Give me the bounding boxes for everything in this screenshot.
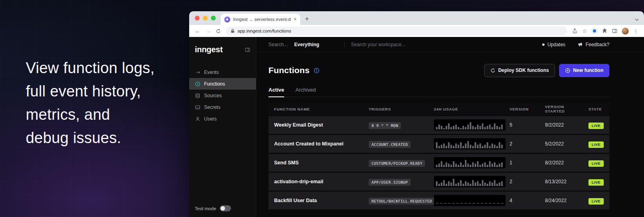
- trigger-badge: ACCOUNT.CREATED: [369, 141, 411, 148]
- table-row[interactable]: activation-drip-email APP/USER.SIGNUP 2 …: [268, 173, 609, 190]
- reload-icon[interactable]: [216, 29, 221, 34]
- functions-icon: [195, 81, 200, 87]
- version-value: 5: [505, 122, 540, 128]
- users-icon: [195, 116, 200, 122]
- forward-icon[interactable]: →: [205, 28, 211, 34]
- version-started-value: 8/24/2022: [540, 198, 584, 203]
- table-row[interactable]: Account Created to Mixpanel ACCOUNT.CREA…: [268, 135, 609, 153]
- info-icon[interactable]: [314, 68, 320, 74]
- table-row[interactable]: Send SMS CUSTOMER/PICKUP.READY 1 8/2/202…: [268, 154, 609, 172]
- sidebar-item-users[interactable]: Users: [189, 113, 256, 125]
- function-tabs: Active Archived: [268, 87, 609, 97]
- new-function-button-label: New function: [573, 68, 603, 73]
- inngest-logo: inngest: [195, 45, 223, 54]
- version-started-value: 8/2/2022: [540, 160, 584, 166]
- trigger-badge: CUSTOMER/PICKUP.READY: [369, 160, 425, 167]
- extension-badge-icon[interactable]: [592, 28, 597, 34]
- hero-line: View function logs,: [26, 56, 155, 80]
- version-started-value: 9/2/2022: [540, 122, 584, 128]
- workspace-search-input[interactable]: [351, 42, 464, 47]
- trigger-badge: APP/USER.SIGNUP: [369, 179, 411, 186]
- sources-icon: [195, 93, 200, 98]
- tab-search-chevron-icon[interactable]: [634, 18, 639, 21]
- version-value: 2: [505, 179, 540, 184]
- inngest-favicon-icon: [224, 16, 230, 23]
- browser-menu-icon[interactable]: ⋮: [633, 28, 638, 34]
- usage-sparkline: [434, 119, 506, 131]
- browser-tab[interactable]: Inngest → serverless event-dri ×: [221, 14, 300, 25]
- inngest-app: inngest Events: [189, 37, 644, 217]
- usage-sparkline: [434, 176, 506, 187]
- zoom-window-button[interactable]: [211, 16, 216, 20]
- hero-line: full event history,: [26, 80, 155, 103]
- new-function-button[interactable]: New function: [559, 64, 609, 77]
- sidebar-item-label: Functions: [204, 81, 225, 87]
- table-row[interactable]: Weekly Email Digest 0 9 * * MON 5 9/2/20…: [268, 116, 609, 134]
- url-text: app.inngest.com/functions: [237, 29, 291, 33]
- url-field[interactable]: app.inngest.com/functions: [226, 27, 567, 35]
- sidebar-item-functions[interactable]: Functions: [189, 78, 256, 90]
- search-label: Search...: [268, 42, 288, 47]
- megaphone-icon: [578, 42, 583, 47]
- events-icon: [195, 70, 200, 75]
- topbar-divider: [344, 41, 345, 47]
- updates-button[interactable]: Updates: [542, 42, 566, 47]
- page-title: Functions: [268, 66, 310, 75]
- minimize-window-button[interactable]: [203, 16, 208, 20]
- function-name: Weekly Email Digest: [268, 122, 364, 128]
- table-row[interactable]: Backfill User Data RETOOL/BACKFILL.REQUE…: [268, 192, 609, 209]
- usage-sparkline: [434, 157, 506, 168]
- new-tab-button[interactable]: +: [305, 16, 309, 22]
- search-scope-everything[interactable]: Everything: [294, 42, 319, 47]
- browser-window: Inngest → serverless event-dri × + ← → a…: [189, 11, 644, 217]
- test-mode-toggle[interactable]: [220, 205, 231, 211]
- usage-sparkline: [434, 195, 506, 206]
- window-controls: [195, 16, 216, 20]
- page-background: View function logs, full event history, …: [0, 0, 644, 217]
- address-bar-actions: ☆ ⋮: [572, 28, 638, 35]
- updates-dot-icon: [542, 43, 545, 46]
- test-mode-label: Test mode: [195, 206, 216, 211]
- close-window-button[interactable]: [195, 16, 200, 20]
- updates-label: Updates: [547, 42, 566, 47]
- hero-text: View function logs, full event history, …: [26, 56, 155, 149]
- table-header: FUNCTION NAME TRIGGERS 24H USAGE VERSION…: [268, 103, 609, 115]
- feedback-button[interactable]: Feedback?: [578, 42, 609, 47]
- back-icon[interactable]: ←: [195, 28, 200, 34]
- sidebar: inngest Events: [189, 37, 256, 217]
- extensions-puzzle-icon[interactable]: [602, 28, 607, 34]
- sidebar-item-label: Secrets: [204, 104, 221, 110]
- col-version: VERSION: [505, 107, 540, 111]
- sidebar-item-secrets[interactable]: Secrets: [189, 101, 256, 113]
- sidebar-item-label: Sources: [204, 93, 222, 98]
- col-function-name: FUNCTION NAME: [268, 107, 364, 111]
- col-usage: 24H USAGE: [429, 107, 505, 111]
- function-name: Backfill User Data: [268, 198, 364, 203]
- functions-page: Functions Deploy SDK functions: [256, 52, 644, 217]
- feedback-label: Feedback?: [586, 42, 609, 47]
- test-mode-row: Test mode: [189, 201, 256, 217]
- deploy-sdk-functions-button[interactable]: Deploy SDK functions: [484, 64, 555, 77]
- sidebar-item-events[interactable]: Events: [189, 66, 256, 78]
- hero-line: debug issues.: [26, 126, 155, 149]
- state-badge: LIVE: [588, 160, 604, 167]
- browser-tab-strip: Inngest → serverless event-dri × +: [189, 11, 644, 25]
- bookmark-star-icon[interactable]: ☆: [582, 28, 587, 34]
- sidebar-item-sources[interactable]: Sources: [189, 90, 256, 101]
- close-tab-icon[interactable]: ×: [294, 17, 297, 22]
- tab-archived[interactable]: Archived: [295, 87, 316, 97]
- tab-title: Inngest → serverless event-dri: [233, 17, 291, 22]
- version-value: 2: [505, 141, 540, 147]
- profile-avatar[interactable]: [622, 28, 629, 35]
- secrets-icon: [195, 104, 200, 110]
- plus-circle-icon: [565, 68, 570, 73]
- version-value: 4: [505, 198, 540, 203]
- split-window-icon[interactable]: [612, 28, 617, 34]
- col-state: STATE: [584, 107, 609, 111]
- tab-active[interactable]: Active: [268, 87, 284, 97]
- function-name: Account Created to Mixpanel: [268, 141, 364, 147]
- state-badge: LIVE: [588, 141, 604, 148]
- share-icon[interactable]: [572, 28, 578, 34]
- sidebar-item-label: Events: [204, 70, 219, 75]
- collapse-sidebar-icon[interactable]: [245, 47, 250, 53]
